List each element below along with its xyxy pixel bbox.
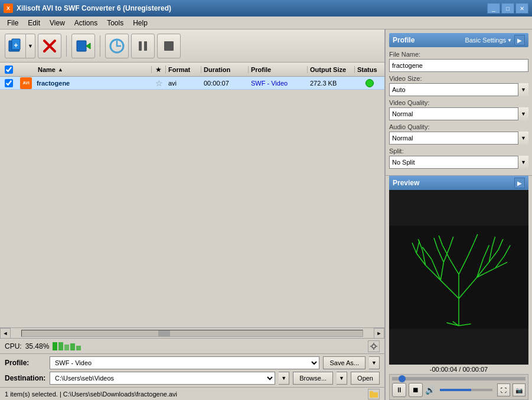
- profile-panel-title: Profile: [393, 36, 414, 44]
- profile-expand-button[interactable]: ▶: [514, 35, 525, 45]
- open-button[interactable]: Open: [351, 372, 380, 385]
- header-format[interactable]: Format: [166, 66, 201, 73]
- audio-quality-select[interactable]: Normal: [389, 132, 528, 145]
- save-as-dropdown-button[interactable]: ▼: [369, 356, 380, 369]
- menu-edit[interactable]: Edit: [23, 18, 45, 28]
- scrollbar-track[interactable]: [21, 330, 363, 337]
- split-field: Split: No Split ▼: [389, 147, 528, 169]
- preview-header: Preview ▶: [389, 176, 528, 190]
- destination-select[interactable]: C:\Users\seb\Videos: [50, 372, 275, 385]
- scroll-right-button[interactable]: ►: [374, 328, 384, 339]
- row-status: [355, 79, 384, 87]
- menu-file[interactable]: File: [2, 18, 23, 28]
- seek-bar[interactable]: [392, 377, 526, 381]
- row-name: fractogene: [34, 80, 152, 87]
- status-ready-icon: [365, 79, 374, 87]
- svg-rect-17: [370, 391, 373, 393]
- row-format: avi: [166, 80, 201, 87]
- add-dropdown-button[interactable]: ▼: [26, 34, 35, 58]
- play-pause-button[interactable]: ⏸: [392, 383, 406, 397]
- maximize-button[interactable]: □: [501, 3, 514, 14]
- stop-button[interactable]: [157, 34, 181, 58]
- convert-to-swf-button[interactable]: [71, 34, 95, 58]
- split-label: Split:: [389, 147, 528, 155]
- audio-quality-label: Audio Quality:: [389, 123, 528, 130]
- svg-rect-16: [370, 392, 378, 398]
- row-output-size: 272.3 KB: [308, 80, 355, 87]
- status-folder-icon[interactable]: [368, 389, 380, 399]
- snapshot-button[interactable]: 📷: [513, 383, 526, 396]
- app-icon: X: [4, 4, 13, 13]
- preview-canvas: [389, 190, 528, 365]
- add-file-button[interactable]: +: [5, 34, 26, 58]
- header-profile[interactable]: Profile: [249, 66, 308, 73]
- svg-rect-9: [144, 41, 147, 51]
- convert-button[interactable]: [105, 34, 129, 58]
- fullscreen-button[interactable]: ⛶: [497, 383, 510, 396]
- scrollbar-thumb[interactable]: [158, 330, 170, 336]
- status-bar: 1 item(s) selected. | C:\Users\seb\Downl…: [0, 387, 384, 400]
- pause-button[interactable]: [131, 34, 155, 58]
- video-quality-label: Video Quality:: [389, 99, 528, 106]
- video-size-select[interactable]: Auto: [389, 83, 528, 96]
- header-name[interactable]: Name ▲: [35, 66, 152, 73]
- cpu-graph: [53, 342, 81, 350]
- row-favorite[interactable]: ☆: [152, 78, 166, 88]
- header-output-size[interactable]: Output Size: [308, 66, 355, 73]
- volume-icon[interactable]: 🔊: [425, 385, 435, 395]
- menu-view[interactable]: View: [45, 18, 70, 28]
- titlebar: X Xilisoft AVI to SWF Converter 6 (Unreg…: [0, 0, 532, 17]
- row-profile: SWF - Video: [249, 80, 308, 87]
- volume-slider[interactable]: [440, 389, 492, 391]
- titlebar-left: X Xilisoft AVI to SWF Converter 6 (Unreg…: [4, 4, 171, 13]
- seek-thumb[interactable]: [399, 375, 406, 382]
- profile-select[interactable]: SWF - Video: [50, 356, 319, 369]
- close-button[interactable]: ✕: [515, 3, 528, 14]
- split-select[interactable]: No Split: [389, 156, 528, 169]
- video-quality-select[interactable]: Normal: [389, 107, 528, 120]
- cpu-graph-bar-1: [53, 342, 57, 350]
- video-size-label: Video Size:: [389, 75, 528, 82]
- basic-settings-label[interactable]: Basic Settings ▼: [465, 37, 512, 44]
- preview-panel: Preview ▶: [386, 176, 532, 400]
- browse-dropdown-button[interactable]: ▼: [337, 372, 347, 385]
- add-button-top: + ▼: [5, 34, 35, 58]
- svg-marker-6: [86, 43, 90, 49]
- horizontal-scrollbar[interactable]: ◄ ►: [0, 327, 384, 338]
- menu-tools[interactable]: Tools: [102, 18, 128, 28]
- scroll-left-button[interactable]: ◄: [0, 328, 11, 339]
- file-list-header: Name ▲ ★ Format Duration Profile Output …: [0, 63, 384, 77]
- audio-quality-field: Audio Quality: Normal ▼: [389, 123, 528, 145]
- cpu-graph-bar-3: [64, 345, 69, 350]
- destination-dropdown-button[interactable]: ▼: [279, 372, 289, 385]
- cpu-bar: CPU: 35.48%: [0, 338, 384, 353]
- row-checkbox[interactable]: [5, 79, 13, 87]
- add-button-group: + ▼: [5, 34, 35, 58]
- preview-expand-button[interactable]: ▶: [514, 178, 525, 188]
- select-all-checkbox[interactable]: [5, 65, 13, 74]
- svg-rect-8: [139, 41, 142, 51]
- preview-panel-title: Preview: [393, 179, 419, 187]
- video-quality-field: Video Quality: Normal ▼: [389, 99, 528, 120]
- left-panel: + ▼: [0, 29, 386, 400]
- svg-text:+: +: [14, 41, 18, 50]
- profile-panel: Profile Basic Settings ▼ ▶ File Name:: [386, 29, 532, 176]
- minimize-button[interactable]: _: [487, 3, 500, 14]
- header-fav: ★: [152, 65, 166, 74]
- save-as-button[interactable]: Save As...: [323, 356, 365, 369]
- status-text: 1 item(s) selected. | C:\Users\seb\Downl…: [5, 391, 177, 398]
- svg-rect-10: [164, 41, 174, 51]
- filename-input[interactable]: [389, 59, 528, 72]
- table-row[interactable]: AVI fractogene ☆ avi 00:00:07 SWF - Vide…: [0, 77, 384, 90]
- profile-header: Profile Basic Settings ▼ ▶: [389, 33, 528, 47]
- cpu-settings-button[interactable]: [368, 340, 380, 352]
- browse-button[interactable]: Browse...: [293, 372, 333, 385]
- cpu-graph-bar-4: [70, 343, 75, 350]
- header-duration[interactable]: Duration: [201, 66, 249, 73]
- preview-controls: ⏸ ⏹ 🔊 ⛶ 📷: [389, 374, 528, 400]
- stop-playback-button[interactable]: ⏹: [409, 383, 423, 397]
- row-duration: 00:00:07: [201, 80, 249, 87]
- menu-help[interactable]: Help: [128, 18, 152, 28]
- menu-actions[interactable]: Actions: [70, 18, 102, 28]
- remove-button[interactable]: [38, 34, 61, 58]
